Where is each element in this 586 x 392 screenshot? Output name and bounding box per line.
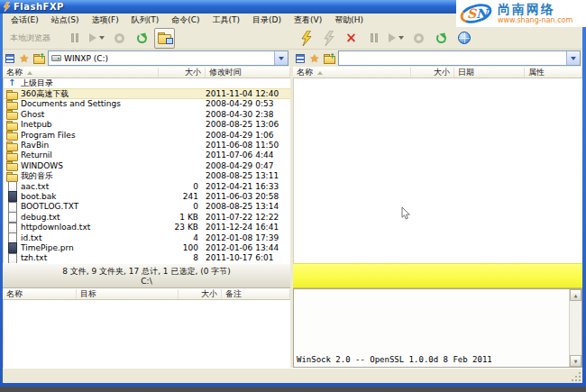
file-row[interactable]: aac.txt 0 2012-04-21 16:33 [4, 181, 290, 191]
column-header-name[interactable]: 名称 [3, 68, 159, 77]
menu-item[interactable]: 站点(S) [45, 14, 86, 27]
file-mtime: 2012-04-21 16:33 [206, 182, 290, 191]
file-row[interactable]: tzh.txt 8 2011-10-17 6:01 [4, 253, 290, 263]
resize-grip[interactable] [570, 370, 581, 381]
local-path-dropdown-button[interactable] [274, 51, 288, 65]
file-row[interactable]: id.txt 4 2012-01-08 17:39 [4, 232, 290, 242]
file-mtime: 2008-08-25 13:11 [206, 171, 290, 180]
local-transfer-mode-button[interactable] [109, 28, 130, 49]
transfer-arrow-icon [389, 33, 396, 42]
file-row[interactable]: 360高速下载 2011-11-04 12:40 [4, 88, 290, 98]
scroll-up-button[interactable]: ▲ [570, 289, 581, 301]
remote-file-list[interactable] [293, 78, 582, 263]
queue-column-name[interactable]: 名称 [3, 289, 77, 299]
file-row[interactable]: Ghost 2008-04-30 2:38 [4, 109, 290, 119]
file-mtime: 2008-04-29 0:47 [206, 161, 290, 170]
local-refresh-button[interactable] [132, 28, 152, 49]
local-remote-toggle-button[interactable] [154, 28, 175, 49]
file-mtime: 2008-04-29 1:06 [206, 131, 290, 140]
file-row[interactable]: httpdownload.txt 23 KB 2011-12-24 16:41 [4, 222, 290, 232]
go-up-button[interactable]: ↑ [323, 52, 335, 65]
favorites-star-icon: ★ [20, 53, 30, 64]
column-header-attrs[interactable]: 属性 [525, 68, 582, 77]
local-transfer-button[interactable] [87, 28, 107, 49]
file-row[interactable]: Inetpub 2008-08-25 13:06 [4, 120, 290, 130]
sort-ascending-icon [27, 71, 32, 75]
remote-path-dropdown-button[interactable] [566, 51, 580, 65]
file-row[interactable]: BOOTLOG.TXT 0 2008-08-25 13:14 [4, 202, 290, 212]
favorites-button[interactable]: ★ [308, 52, 321, 65]
queue-list[interactable] [3, 300, 290, 368]
file-mtime: 2008-08-25 13:06 [206, 120, 290, 129]
menu-item[interactable]: 命令(C) [165, 14, 206, 27]
log-scrollbar[interactable]: ▲ ▼ [569, 289, 581, 367]
refresh-icon [137, 33, 147, 43]
file-row[interactable]: 我的音乐 2008-08-25 13:11 [4, 171, 290, 181]
site-to-site-button[interactable] [453, 28, 474, 49]
remote-refresh-button[interactable] [431, 28, 452, 49]
site-list-icon [296, 54, 305, 63]
remote-pause-button[interactable] [363, 28, 384, 49]
logo-company-name: 尚南网络 [498, 3, 572, 15]
menu-item[interactable]: 查看(V) [288, 14, 328, 27]
local-path-combobox[interactable]: WINXP (C:) [48, 50, 288, 66]
menu-item[interactable]: 队列(T) [125, 14, 166, 27]
menu-item[interactable]: 帮助(H) [328, 14, 370, 27]
favorites-star-icon: ★ [310, 53, 320, 64]
local-pause-button[interactable] [64, 28, 85, 49]
connect-button[interactable] [296, 28, 316, 49]
remote-transfer-button[interactable] [386, 28, 407, 49]
queue-column-target[interactable]: 目标 [77, 289, 179, 299]
menu-item[interactable]: 工具(T) [206, 14, 247, 27]
menu-item[interactable]: 选项(F) [85, 14, 124, 27]
file-mtime: 2011-06-03 20:58 [206, 192, 290, 201]
log-line: WinSock 2.0 -- OpenSSL 1.0.0d 8 Feb 2011 [297, 355, 492, 364]
summary-counts: 8 文件, 9 文件夹, 17 总计, 1 已选定, (0 字节) [3, 267, 290, 277]
disconnect-button[interactable] [318, 28, 339, 49]
column-header-size[interactable]: 大小 [159, 68, 206, 77]
dropdown-caret-icon[interactable] [398, 36, 404, 40]
file-row[interactable]: Program Files 2008-04-29 1:06 [4, 130, 290, 140]
folder-up-icon: ↑ [324, 54, 334, 63]
go-up-button[interactable]: ↑ [32, 52, 45, 65]
file-mtime: 2011-07-06 4:44 [206, 150, 290, 160]
favorites-button[interactable]: ★ [18, 52, 31, 65]
site-list-button[interactable] [294, 52, 307, 65]
dropdown-caret-icon[interactable] [99, 36, 105, 40]
column-header-date[interactable]: 日期 [454, 68, 525, 77]
file-row[interactable]: Returnil 2011-07-06 4:44 [4, 150, 290, 160]
file-row[interactable]: TimePipe.prn 100 2012-01-06 13:44 [4, 242, 290, 252]
site-list-button[interactable] [4, 52, 16, 65]
menu-item[interactable]: 目录(D) [246, 14, 288, 27]
status-log[interactable]: WinSock 2.0 -- OpenSSL 1.0.0d 8 Feb 2011… [293, 288, 582, 368]
local-file-list[interactable]: 上级目录 360高速下载 2011-11-04 12:40 Documents … [3, 78, 290, 263]
file-mtime: 2011-07-22 12:22 [206, 213, 290, 222]
file-row[interactable]: RavBin 2011-06-08 11:50 [4, 140, 290, 150]
column-header-mtime[interactable]: 修改时间 [206, 68, 290, 77]
queue-column-note[interactable]: 备注 [222, 289, 290, 299]
column-header-size[interactable]: 大小 [411, 68, 454, 77]
file-name: id.txt [21, 233, 159, 242]
remote-transfer-mode-button[interactable] [408, 28, 429, 49]
column-header-name[interactable]: 名称 [293, 68, 411, 77]
abort-icon: × [345, 32, 357, 45]
file-row[interactable]: boot.bak 241 2011-06-03 20:58 [4, 191, 290, 201]
file-mtime: 2011-06-08 11:50 [206, 141, 290, 150]
remote-path-combobox[interactable] [338, 50, 581, 66]
abort-button[interactable]: × [341, 28, 362, 49]
queue-column-size[interactable]: 大小 [179, 289, 222, 299]
file-type-icon [6, 109, 18, 119]
disconnect-bolt-icon [323, 31, 335, 46]
file-row[interactable]: debug.txt 1 KB 2011-07-22 12:22 [4, 212, 290, 222]
menu-item[interactable]: 会话(E) [5, 14, 45, 27]
file-type-icon [6, 253, 18, 263]
file-name: httpdownload.txt [21, 223, 159, 232]
mouse-cursor [400, 206, 412, 221]
app-icon [3, 2, 11, 12]
scroll-down-button[interactable]: ▼ [570, 355, 581, 367]
file-name: 360高速下载 [21, 88, 159, 100]
file-type-icon [6, 181, 18, 191]
file-row[interactable]: Documents and Settings 2008-04-29 0:53 [4, 99, 290, 109]
file-size: 0 [159, 182, 206, 191]
local-list-header: 名称 大小 修改时间 [3, 67, 290, 78]
